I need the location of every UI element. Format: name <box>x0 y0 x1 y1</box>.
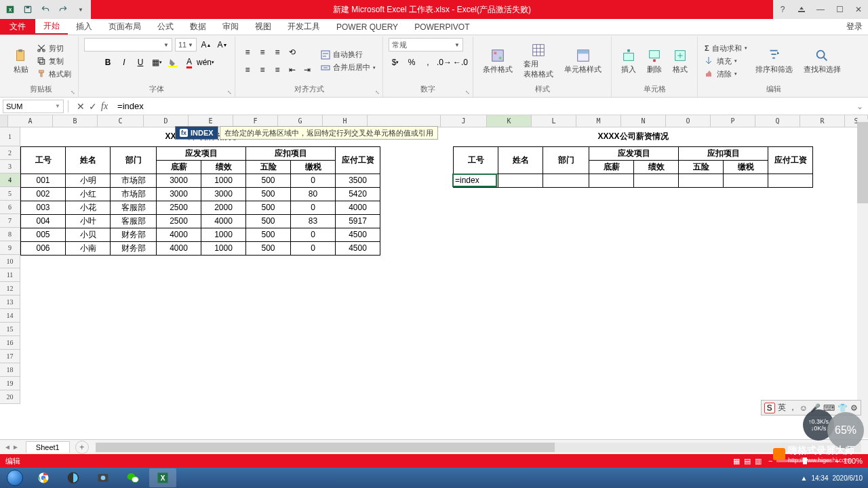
redo-icon[interactable] <box>56 2 71 17</box>
phonetic-button[interactable]: wén▾ <box>199 56 212 69</box>
sheet-next-icon[interactable]: ► <box>12 443 19 451</box>
formula-input[interactable] <box>116 100 850 113</box>
row-header[interactable]: 17 <box>0 350 20 363</box>
row-header[interactable]: 14 <box>0 309 20 323</box>
row-header[interactable]: 19 <box>0 377 20 390</box>
decrease-font-icon[interactable]: A▼ <box>216 38 229 52</box>
vertical-scrollbar[interactable] <box>857 119 868 438</box>
table-cell[interactable]: 客服部 <box>111 201 157 214</box>
insert-cells-button[interactable]: 插入 <box>617 47 640 76</box>
table-cell[interactable]: 客服部 <box>111 214 157 228</box>
row-header[interactable]: 5 <box>0 187 20 201</box>
table-cell[interactable]: 财务部 <box>111 228 157 241</box>
select-all-corner[interactable] <box>0 115 8 127</box>
autosum-button[interactable]: Σ自动求和▾ <box>703 43 749 54</box>
font-color-button[interactable]: A <box>182 56 196 69</box>
tab-file[interactable]: 文件 <box>0 19 35 35</box>
table-cell[interactable]: 市场部 <box>111 174 157 187</box>
conditional-format-button[interactable]: 条件格式 <box>479 47 517 76</box>
comma-icon[interactable]: , <box>421 56 435 69</box>
column-header[interactable]: E <box>189 115 233 127</box>
table-cell[interactable]: 500 <box>246 201 291 214</box>
column-header[interactable]: Q <box>755 115 800 127</box>
system-tray[interactable]: ▲ 14:34 2020/6/10 <box>801 474 865 482</box>
format-painter-button[interactable]: 格式刷 <box>35 68 73 80</box>
save-icon[interactable] <box>20 2 35 17</box>
table-cell[interactable]: 0 <box>291 241 336 255</box>
add-sheet-button[interactable]: + <box>75 441 89 454</box>
row-header[interactable]: 15 <box>0 323 20 336</box>
table-cell[interactable]: 3000 <box>201 187 246 201</box>
align-middle-icon[interactable]: ≡ <box>256 45 269 59</box>
undo-icon[interactable] <box>38 2 53 17</box>
column-header[interactable]: A <box>8 115 53 127</box>
table-cell[interactable]: 4000 <box>157 241 201 255</box>
column-header[interactable]: F <box>233 115 278 127</box>
row-header[interactable]: 2 <box>0 146 20 160</box>
row-header[interactable]: 18 <box>0 363 20 377</box>
column-header[interactable]: P <box>711 115 755 127</box>
align-right-icon[interactable]: ≡ <box>271 63 284 77</box>
taskbar-wechat[interactable] <box>119 468 146 487</box>
tab-review[interactable]: 审阅 <box>214 19 247 35</box>
fill-button[interactable]: 填充▾ <box>703 56 749 67</box>
name-box[interactable]: SUM▼ <box>3 100 64 113</box>
row-header[interactable]: 11 <box>0 268 20 282</box>
row-header[interactable]: 8 <box>0 228 20 241</box>
column-header[interactable]: M <box>576 115 621 127</box>
table-cell[interactable]: 006 <box>21 241 66 255</box>
tab-view[interactable]: 视图 <box>247 19 279 35</box>
align-center-icon[interactable]: ≡ <box>256 63 269 77</box>
number-format-combo[interactable]: 常规▼ <box>389 38 463 52</box>
sheet-nav[interactable]: ◄► <box>0 443 23 451</box>
merge-center-button[interactable]: 合并后居中▾ <box>319 62 377 73</box>
table-cell[interactable]: 80 <box>291 187 336 201</box>
login-link[interactable]: 登录 <box>841 19 868 35</box>
align-bottom-icon[interactable]: ≡ <box>271 45 284 59</box>
underline-button[interactable]: U <box>134 56 147 69</box>
tab-layout[interactable]: 页面布局 <box>100 19 149 35</box>
table-cell[interactable]: 小叶 <box>66 214 111 228</box>
align-left-icon[interactable]: ≡ <box>241 63 254 77</box>
format-table-button[interactable]: 套用 表格格式 <box>519 41 557 81</box>
autocomplete-item[interactable]: fxINDEX <box>175 126 218 140</box>
indent-decrease-icon[interactable]: ⇤ <box>285 63 299 77</box>
row-header[interactable]: 1 <box>0 127 20 146</box>
sheet-tab[interactable]: Sheet1 <box>26 441 70 453</box>
tab-insert[interactable]: 插入 <box>68 19 100 35</box>
table-cell[interactable]: 500 <box>246 214 291 228</box>
table-cell[interactable]: 4500 <box>336 241 380 255</box>
spreadsheet-grid[interactable]: 1234567891011121314151617181920 XXXX公司薪资… <box>0 127 868 435</box>
wrap-text-button[interactable]: 自动换行 <box>319 49 377 60</box>
row-header[interactable]: 3 <box>0 160 20 174</box>
table-cell[interactable]: 2000 <box>201 201 246 214</box>
sheet-prev-icon[interactable]: ◄ <box>4 443 11 451</box>
column-header[interactable]: C <box>98 115 144 127</box>
normal-view-icon[interactable]: ▦ <box>733 457 740 466</box>
ime-settings-icon[interactable]: ⚙ <box>850 403 858 413</box>
horizontal-scrollbar[interactable] <box>96 443 861 452</box>
table-cell[interactable]: 0 <box>291 201 336 214</box>
table-cell[interactable]: 小花 <box>66 201 111 214</box>
column-header[interactable]: R <box>800 115 845 127</box>
tab-formula[interactable]: 公式 <box>149 19 182 35</box>
table-cell[interactable]: 004 <box>21 214 66 228</box>
table-cell[interactable]: 3500 <box>336 174 380 187</box>
clear-button[interactable]: 清除▾ <box>703 68 749 80</box>
column-header[interactable]: L <box>532 115 576 127</box>
table-cell[interactable]: 83 <box>291 214 336 228</box>
table-cell[interactable]: 2500 <box>157 214 201 228</box>
start-button[interactable] <box>3 468 27 487</box>
font-family-combo[interactable]: ▼ <box>84 38 172 52</box>
zoom-out-icon[interactable]: − <box>768 457 772 465</box>
cancel-formula-icon[interactable]: ✕ <box>77 101 85 112</box>
increase-decimal-icon[interactable]: .0→ <box>437 56 451 69</box>
clipboard-dialog-icon[interactable]: ⤡ <box>71 89 75 96</box>
row-header[interactable]: 4 <box>0 174 20 187</box>
table-cell[interactable]: 小红 <box>66 187 111 201</box>
currency-icon[interactable]: $▾ <box>389 56 402 69</box>
column-header[interactable]: N <box>621 115 666 127</box>
page-layout-view-icon[interactable]: ▤ <box>744 457 751 466</box>
tab-powerpivot[interactable]: POWERPIVOT <box>406 19 477 35</box>
column-header[interactable]: B <box>53 115 98 127</box>
